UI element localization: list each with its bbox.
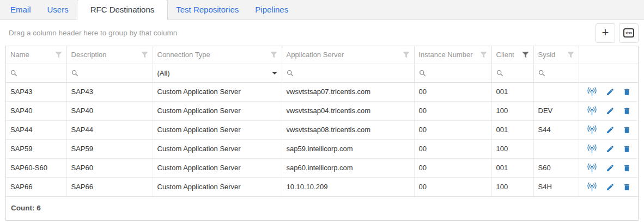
name-filter-input[interactable] <box>21 69 62 77</box>
connection-type-cell: Custom Application Server <box>153 139 282 158</box>
ping-connection-icon[interactable] <box>586 163 598 173</box>
tab-test-repositories[interactable]: Test Repositories <box>168 0 247 20</box>
row-count-summary: Count: 6 <box>6 197 638 220</box>
filter-funnel-icon[interactable] <box>141 52 148 58</box>
search-icon <box>287 70 294 77</box>
row-actions <box>584 178 634 196</box>
application-server-filter-input[interactable] <box>297 69 410 77</box>
connection-type-cell: Custom Application Server <box>153 158 282 177</box>
sysid-filter-input[interactable] <box>549 69 574 77</box>
connection-type-cell: Custom Application Server <box>153 82 282 101</box>
instance-number-filter-input[interactable] <box>429 69 487 77</box>
column-label: Instance Number <box>419 51 473 59</box>
ping-connection-icon[interactable] <box>586 182 598 192</box>
column-header-instance-number[interactable]: Instance Number <box>414 46 491 64</box>
filter-funnel-icon[interactable] <box>480 52 487 58</box>
edit-icon[interactable] <box>606 107 615 115</box>
instance-number-cell: 00 <box>414 120 491 139</box>
column-header-client[interactable]: Client <box>491 46 533 64</box>
table-row[interactable]: SAP66SAP66Custom Application Server10.10… <box>6 177 638 196</box>
search-icon <box>10 70 17 77</box>
table-row[interactable]: SAP59SAP59Custom Application Serversap59… <box>6 139 638 158</box>
instance-number-cell: 00 <box>414 177 491 196</box>
delete-icon[interactable] <box>623 88 631 96</box>
filter-funnel-icon[interactable] <box>270 52 277 58</box>
description-cell: SAP60 <box>66 158 153 177</box>
rfc-destinations-panel: Drag a column header here to group by th… <box>0 20 644 224</box>
sysid-cell: S44 <box>533 120 579 139</box>
tab-email[interactable]: Email <box>2 0 39 20</box>
sysid-cell <box>533 139 579 158</box>
description-cell: SAP40 <box>66 101 153 120</box>
tab-users[interactable]: Users <box>39 0 77 20</box>
connection-type-filter-select[interactable]: (All) <box>157 69 277 77</box>
instance-number-cell: 00 <box>414 101 491 120</box>
tab-bar: Email Users RFC Destinations Test Reposi… <box>0 0 644 20</box>
edit-icon[interactable] <box>606 145 615 153</box>
connection-type-cell: Custom Application Server <box>153 120 282 139</box>
client-filter-input[interactable] <box>507 69 529 77</box>
ping-connection-icon[interactable] <box>586 87 598 97</box>
delete-icon[interactable] <box>623 164 631 172</box>
filter-funnel-icon[interactable] <box>55 52 62 58</box>
search-icon <box>71 70 78 77</box>
edit-icon[interactable] <box>606 126 615 134</box>
column-header-description[interactable]: Description <box>66 46 153 64</box>
filter-funnel-icon[interactable] <box>403 52 410 58</box>
row-actions <box>584 159 634 177</box>
connection-type-filter-value: (All) <box>157 69 170 77</box>
grid-header-row: Name Description <box>6 46 638 64</box>
tab-pipelines[interactable]: Pipelines <box>247 0 296 20</box>
tab-rfc-destinations[interactable]: RFC Destinations <box>77 0 168 20</box>
name-cell: SAP44 <box>6 120 66 139</box>
name-cell: SAP59 <box>6 139 66 158</box>
delete-icon[interactable] <box>623 183 631 191</box>
table-row[interactable]: SAP40SAP40Custom Application Servervwsvt… <box>6 101 638 120</box>
column-header-application-server[interactable]: Application Server <box>282 46 414 64</box>
delete-icon[interactable] <box>623 145 631 153</box>
edit-icon[interactable] <box>606 164 615 172</box>
edit-icon[interactable] <box>606 183 615 191</box>
column-label: Connection Type <box>157 51 210 59</box>
ping-connection-icon[interactable] <box>586 125 598 135</box>
sysid-cell: S60 <box>533 158 579 177</box>
xlsx-export-icon: xlsx <box>623 28 634 38</box>
column-header-sysid[interactable]: Sysid <box>533 46 579 64</box>
application-server-cell: sap59.intellicorp.com <box>282 139 414 158</box>
instance-number-cell: 00 <box>414 139 491 158</box>
column-header-name[interactable]: Name <box>6 46 66 64</box>
table-row[interactable]: SAP44SAP44Custom Application Servervwsvt… <box>6 120 638 139</box>
ping-connection-icon[interactable] <box>586 106 598 116</box>
ping-connection-icon[interactable] <box>586 144 598 154</box>
table-row[interactable]: SAP60-S60SAP60Custom Application Servers… <box>6 158 638 177</box>
edit-icon[interactable] <box>606 88 615 96</box>
filter-funnel-icon[interactable] <box>567 52 574 58</box>
column-header-connection-type[interactable]: Connection Type <box>153 46 282 64</box>
instance-number-cell: 00 <box>414 82 491 101</box>
application-server-cell: vwsvtstsap07.tricentis.com <box>282 82 414 101</box>
description-cell: SAP66 <box>66 177 153 196</box>
plus-icon: + <box>602 27 609 39</box>
row-actions <box>584 102 634 120</box>
column-label: Description <box>71 51 107 59</box>
sysid-cell: S4H <box>533 177 579 196</box>
add-rfc-destination-button[interactable]: + <box>596 23 615 43</box>
delete-icon[interactable] <box>623 126 631 134</box>
filter-funnel-icon-active[interactable] <box>522 52 529 58</box>
column-label: Sysid <box>538 51 556 59</box>
column-label: Name <box>10 51 29 59</box>
search-icon <box>538 70 545 77</box>
description-filter-input[interactable] <box>82 69 148 77</box>
description-cell: SAP44 <box>66 120 153 139</box>
export-xlsx-button[interactable]: xlsx <box>619 23 639 43</box>
row-actions <box>584 121 634 139</box>
name-cell: SAP60-S60 <box>6 158 66 177</box>
sysid-cell: DEV <box>533 101 579 120</box>
grid-toolbar: Drag a column header here to group by th… <box>5 20 639 46</box>
delete-icon[interactable] <box>623 107 631 115</box>
application-server-cell: 10.10.10.209 <box>282 177 414 196</box>
chevron-down-icon <box>272 72 277 74</box>
description-cell: SAP43 <box>66 82 153 101</box>
search-icon <box>496 70 503 77</box>
table-row[interactable]: SAP43SAP43Custom Application Servervwsvt… <box>6 82 638 101</box>
